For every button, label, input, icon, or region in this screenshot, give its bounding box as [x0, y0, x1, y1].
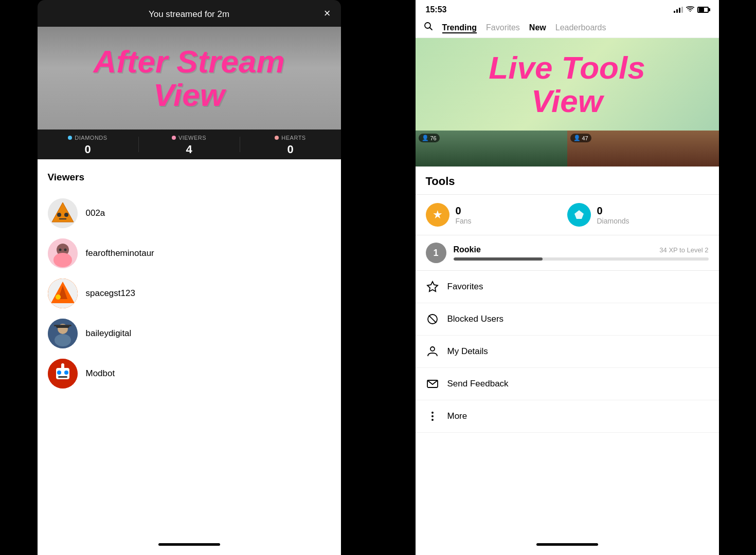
phone-frame: 15:53 [416, 0, 719, 555]
svg-point-36 [431, 419, 434, 421]
fans-icon: ★ [426, 203, 449, 227]
signal-bars [674, 7, 683, 13]
search-icon[interactable] [424, 22, 433, 33]
thumb-badge-1: 👤 76 [419, 134, 440, 142]
hearts-dot [275, 136, 279, 140]
more-menu-item[interactable]: More [416, 400, 719, 433]
diamonds-stat: DIAMONDS 0 [38, 130, 138, 159]
avatar [48, 279, 78, 308]
diamonds-item: 0 Diamonds [567, 203, 709, 227]
live-thumbnails: 👤 76 👤 47 [416, 131, 719, 166]
favorites-label: Favorites [447, 282, 483, 292]
stream-stats: DIAMONDS 0 VIEWERS 4 HEARTS 0 [38, 130, 341, 159]
level-name: Rookie [454, 245, 481, 254]
viewers-label: VIEWERS [178, 135, 206, 141]
level-info: Rookie 34 XP to Level 2 [454, 245, 709, 261]
progress-bar-fill [454, 257, 543, 261]
thumb-count-2: 47 [582, 135, 588, 141]
blocked-users-menu-item[interactable]: Blocked Users [416, 303, 719, 336]
send-feedback-menu-item[interactable]: Send Feedback [416, 368, 719, 400]
favorites-menu-item[interactable]: Favorites [416, 271, 719, 303]
avatar [48, 238, 78, 268]
svg-point-21 [57, 371, 61, 375]
avatar [48, 198, 78, 228]
diamonds-dot [68, 136, 72, 140]
person-icon-small-2: 👤 [573, 135, 581, 141]
send-feedback-label: Send Feedback [447, 379, 509, 389]
blocked-icon [426, 312, 439, 326]
stream-header: You streamed for 2m × [38, 0, 341, 27]
svg-point-9 [64, 249, 66, 251]
wifi-icon [686, 6, 694, 14]
tools-title: Tools [416, 166, 719, 195]
battery-icon [697, 7, 709, 13]
avatar [48, 319, 78, 348]
list-item[interactable]: baileydigital [48, 313, 331, 354]
thumbnail-1[interactable]: 👤 76 [416, 131, 567, 166]
nav-item-trending[interactable]: Trending [442, 22, 477, 33]
home-indicator [158, 543, 220, 546]
my-details-label: My Details [447, 346, 488, 357]
diamonds-info: 0 Diamonds [597, 205, 629, 225]
hearts-value: 0 [287, 143, 293, 156]
viewers-dot [172, 136, 176, 140]
svg-point-2 [57, 213, 61, 217]
svg-rect-17 [54, 325, 71, 326]
list-item[interactable]: fearoftheminotaur [48, 233, 331, 273]
svg-point-35 [431, 415, 434, 417]
mail-icon [426, 377, 439, 391]
right-home-indicator [536, 543, 598, 546]
fans-count: 0 [456, 205, 472, 217]
viewers-value: 4 [186, 143, 192, 156]
svg-point-13 [56, 294, 61, 300]
fans-item: ★ 0 Fans [426, 203, 567, 227]
nav-bar: Trending Favorites New Leaderboards [416, 17, 719, 38]
viewers-stat: VIEWERS 4 [139, 130, 240, 159]
svg-point-22 [64, 371, 68, 375]
star-icon: ★ [433, 208, 443, 221]
right-panel: 15:53 [378, 0, 756, 555]
fans-label: Fans [456, 217, 472, 225]
nav-item-leaderboards[interactable]: Leaderboards [555, 22, 606, 33]
person-icon-small: 👤 [422, 135, 429, 141]
svg-point-34 [431, 412, 434, 414]
list-item[interactable]: 002a [48, 193, 331, 233]
list-item[interactable]: Modbot [48, 354, 331, 394]
viewers-section: Viewers 002a [38, 159, 341, 536]
diamond-shape-icon [573, 209, 585, 220]
svg-marker-28 [574, 210, 584, 219]
thumbnail-2[interactable]: 👤 47 [567, 131, 719, 166]
diamonds-icon [567, 203, 591, 227]
my-details-menu-item[interactable]: My Details [416, 336, 719, 368]
close-button[interactable]: × [324, 7, 331, 20]
list-item[interactable]: spacegst123 [48, 273, 331, 313]
tools-section: Tools ★ 0 Fans [416, 166, 719, 536]
hearts-stat: HEARTS 0 [240, 130, 341, 159]
status-icons [674, 6, 709, 14]
viewer-name: spacegst123 [86, 288, 135, 299]
status-time: 15:53 [426, 5, 447, 14]
signal-bar-2 [676, 9, 678, 13]
level-circle: 1 [426, 243, 446, 263]
level-name-row: Rookie 34 XP to Level 2 [454, 245, 709, 254]
viewer-name: baileydigital [86, 328, 132, 339]
viewers-title: Viewers [48, 172, 331, 183]
more-dots-icon [426, 410, 439, 423]
thumb-count-1: 76 [430, 135, 437, 141]
svg-rect-23 [58, 376, 67, 378]
svg-marker-29 [427, 282, 438, 291]
diamonds-label: Diamonds [597, 217, 629, 225]
diamonds-value: 0 [84, 143, 91, 156]
viewer-name: Modbot [86, 368, 115, 379]
live-banner: Live ToolsView [416, 38, 719, 131]
svg-point-7 [53, 253, 72, 267]
person-icon [426, 345, 439, 358]
svg-point-3 [64, 213, 68, 217]
svg-point-25 [61, 363, 64, 366]
diamonds-label: DIAMONDS [75, 135, 107, 141]
nav-item-new[interactable]: New [529, 22, 546, 33]
progress-bar [454, 257, 709, 261]
svg-point-32 [430, 347, 435, 351]
diamonds-count: 0 [597, 205, 629, 217]
nav-item-favorites[interactable]: Favorites [486, 22, 520, 33]
